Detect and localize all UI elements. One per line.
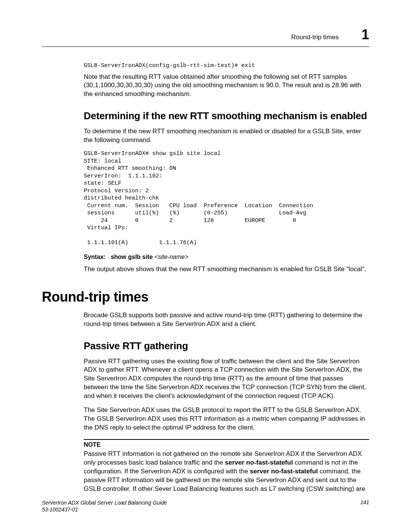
header-rule [42,46,369,47]
paragraph-rtt-intro: Brocade GSLB supports both passive and a… [84,311,369,329]
code-show-gslb-output: GSLB-ServerIronADX# show gslb site local… [84,150,369,247]
note-cmd-1: server no-fast-stateful [225,459,293,466]
syntax-command: show gslb site [111,254,153,260]
footer-book-title: ServerIron ADX Global Server Load Balanc… [42,499,167,506]
page-footer: ServerIron ADX Global Server Load Balanc… [42,499,369,513]
page: Round-trip times 1 GSLB-ServerIronADX(co… [0,0,411,532]
syntax-argument: <site-name> [155,254,188,260]
paragraph-passive-2: The Site ServerIron ADX uses the GSLB pr… [84,406,369,432]
paragraph-passive-1: Passive RTT gathering uses the existing … [84,357,369,401]
syntax-line: Syntax: show gslb site <site-name> [84,254,369,260]
code-exit-command: GSLB-ServerIronADX(config-gslb-rtt-sim-t… [84,62,369,70]
header-chapter-number: 1 [362,27,369,43]
footer-page-number: 141 [360,499,369,513]
header-section-title: Round-trip times [291,34,339,41]
syntax-label: Syntax: [84,254,106,260]
paragraph-smoothing-result: Note that the resulting RTT value obtain… [84,73,369,99]
paragraph-output-explain: The output above shows that the new RTT … [84,265,369,274]
note-label: NOTE [84,441,369,448]
paragraph-determining-intro: To determine if the new RTT smoothing me… [84,127,369,145]
footer-doc-number: 53-1002437-01 [42,506,167,513]
footer-left: ServerIron ADX Global Server Load Balanc… [42,499,167,513]
heading-passive-rtt: Passive RTT gathering [84,340,369,352]
heading-determining-rtt: Determining if the new RTT smoothing mec… [84,110,369,122]
page-header: Round-trip times 1 [42,27,369,43]
heading-round-trip-times: Round-trip times [42,289,369,305]
note-paragraph: Passive RTT information is not gathered … [84,450,369,494]
note-rule [84,439,369,440]
note-cmd-2: server no-fast-stateful [250,468,318,475]
main-content: GSLB-ServerIronADX(config-gslb-rtt-sim-t… [84,62,369,494]
